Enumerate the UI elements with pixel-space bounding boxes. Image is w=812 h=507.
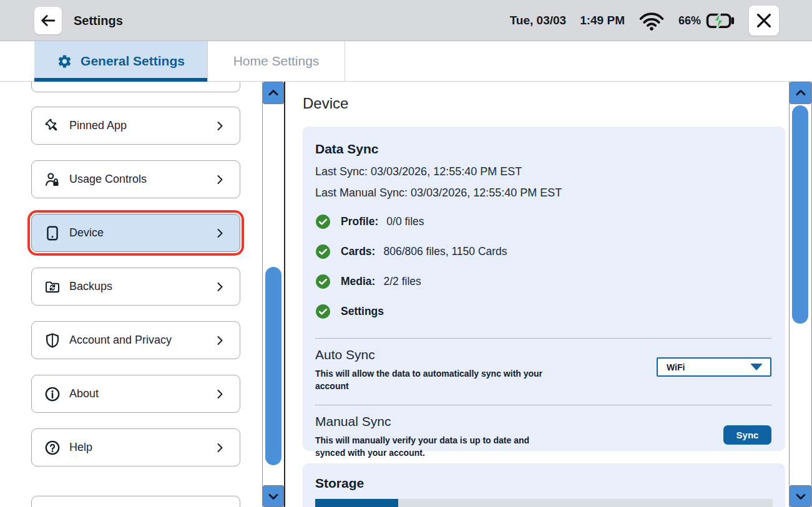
chevron-right-icon (212, 279, 227, 294)
pin-icon (44, 118, 61, 134)
sidebar-item-usage-controls[interactable]: Usage Controls (31, 160, 240, 198)
check-circle-icon (315, 304, 331, 319)
sidebar-item-help[interactable]: Help (31, 428, 240, 466)
sync-item-value: 806/806 files, 1150 Cards (383, 245, 507, 258)
chevron-up-icon (266, 85, 281, 100)
sidebar-item-partial-top[interactable] (31, 82, 240, 92)
sidebar-item-partial-bottom[interactable] (31, 496, 240, 507)
last-manual-sync-text: Last Manual Sync: 03/03/2026, 12:55:40 P… (315, 186, 771, 200)
status-time: 1:49 PM (580, 14, 625, 27)
sidebar-item-label: Backups (69, 280, 112, 293)
scroll-down-button[interactable] (790, 485, 811, 507)
check-circle-icon (315, 274, 331, 289)
auto-sync-select[interactable]: WiFi (657, 357, 771, 377)
device-settings-pane: Device Data Sync Last Sync: 03/03/2026, … (286, 82, 789, 507)
storage-title: Storage (315, 476, 771, 491)
data-sync-card: Data Sync Last Sync: 03/03/2026, 12:55:4… (303, 127, 785, 451)
tab-label: Home Settings (233, 54, 320, 69)
close-button[interactable] (749, 6, 779, 36)
help-icon (44, 440, 61, 456)
auto-sync-description: This will allow the data to automaticall… (315, 367, 546, 393)
sidebar-item-label: Pinned App (69, 119, 127, 132)
divider (315, 338, 771, 339)
sidebar-item-label: Account and Privacy (69, 334, 172, 347)
sidebar-item-account-privacy[interactable]: Account and Privacy (31, 321, 240, 359)
manual-sync-section: Manual Sync This will manually verify yo… (315, 414, 771, 460)
tablet-icon (44, 225, 61, 241)
sync-item-label: Profile: (341, 215, 378, 228)
manual-sync-description: This will manually verify your data is u… (315, 434, 546, 460)
storage-progress-bar (315, 499, 773, 507)
header-bar: Settings Tue, 03/03 1:49 PM 66% (0, 0, 812, 41)
sync-status-row-cards: Cards: 806/806 files, 1150 Cards (315, 244, 771, 259)
status-date: Tue, 03/03 (510, 14, 566, 27)
settings-screen: Settings Tue, 03/03 1:49 PM 66% (0, 0, 812, 507)
storage-card: Storage (303, 463, 785, 507)
sidebar-item-label: About (69, 387, 99, 400)
back-button[interactable] (34, 7, 62, 34)
sync-button[interactable]: Sync (723, 425, 771, 445)
chevron-down-icon (266, 489, 281, 504)
battery-percent: 66% (678, 14, 701, 27)
storage-progress-fill (315, 499, 398, 507)
sync-item-label: Media: (341, 275, 375, 288)
chevron-right-icon (212, 440, 227, 455)
chevron-down-icon (793, 489, 808, 504)
tab-general-settings[interactable]: General Settings (34, 41, 207, 81)
scroll-down-button[interactable] (263, 485, 284, 507)
usage-controls-icon (44, 171, 61, 188)
battery-charging-icon (705, 11, 735, 30)
tab-label: General Settings (81, 54, 185, 69)
settings-tabbar: General Settings Home Settings (0, 41, 812, 82)
sidebar-item-about[interactable]: About (31, 375, 240, 413)
chevron-right-icon (212, 172, 227, 187)
sync-status-row-settings: Settings (315, 304, 771, 319)
sync-item-label: Cards: (341, 245, 375, 258)
scrollbar-thumb[interactable] (265, 267, 281, 465)
scroll-up-button[interactable] (790, 82, 811, 104)
header-status-cluster: Tue, 03/03 1:49 PM 66% (510, 0, 779, 41)
info-icon (44, 386, 61, 402)
close-icon (755, 11, 773, 30)
sidebar-item-device[interactable]: Device (31, 214, 240, 252)
manual-sync-title: Manual Sync (315, 414, 771, 429)
tab-home-settings[interactable]: Home Settings (207, 41, 345, 81)
wifi-icon (638, 11, 665, 31)
scrollbar-thumb[interactable] (792, 105, 808, 324)
sidebar-item-pinned-app[interactable]: Pinned App (31, 107, 240, 145)
back-arrow-icon (39, 12, 57, 29)
settings-nav: Pinned App Usage Controls (0, 82, 262, 507)
backup-folder-icon (44, 279, 61, 295)
chevron-right-icon (212, 226, 227, 241)
content-scrollbar[interactable] (789, 82, 812, 507)
chevron-right-icon (212, 118, 227, 133)
caret-down-icon (750, 364, 763, 370)
scroll-up-button[interactable] (263, 82, 284, 104)
sync-item-value: 0/0 files (386, 215, 424, 228)
last-sync-text: Last Sync: 03/03/2026, 12:55:40 PM EST (315, 165, 771, 178)
settings-content: Pinned App Usage Controls (0, 82, 812, 507)
auto-sync-selected-option: WiFi (667, 362, 685, 372)
sync-item-label: Settings (341, 305, 384, 318)
sidebar-item-label: Device (69, 226, 104, 239)
check-circle-icon (315, 214, 331, 229)
divider (315, 405, 771, 405)
data-sync-title: Data Sync (315, 142, 771, 157)
check-circle-icon (315, 244, 331, 259)
section-title: Device (303, 95, 789, 112)
sidebar-item-label: Help (69, 441, 92, 454)
chevron-right-icon (212, 387, 227, 402)
sidebar-item-label: Usage Controls (69, 173, 147, 186)
chevron-up-icon (793, 85, 808, 100)
shield-icon (44, 332, 61, 349)
sync-item-value: 2/2 files (383, 275, 421, 288)
sync-status-row-media: Media: 2/2 files (315, 274, 771, 289)
chevron-right-icon (212, 333, 227, 348)
sidebar-scrollbar[interactable] (262, 82, 285, 507)
sync-status-row-profile: Profile: 0/0 files (315, 214, 771, 229)
sidebar-item-backups[interactable]: Backups (31, 268, 240, 306)
auto-sync-section: Auto Sync This will allow the data to au… (315, 347, 771, 393)
page-title: Settings (74, 0, 123, 41)
gear-icon (57, 54, 72, 69)
battery-status: 66% (678, 11, 735, 30)
